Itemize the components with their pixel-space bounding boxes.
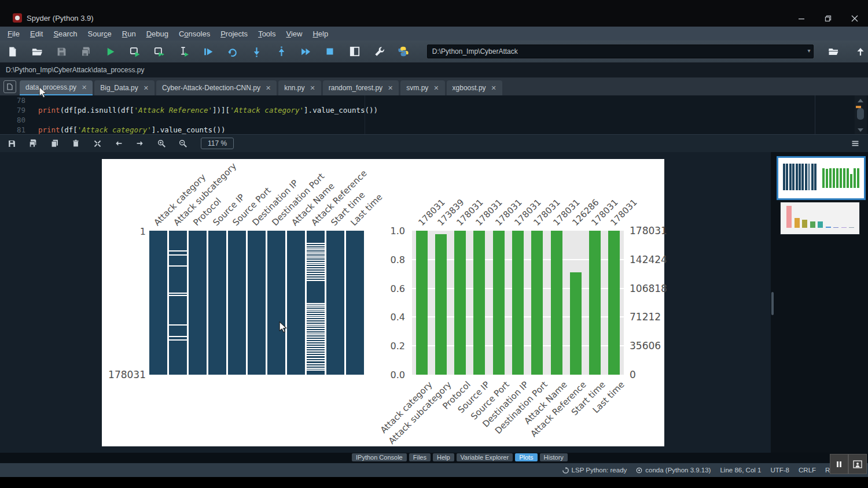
plots-zoom-out-button[interactable] — [177, 138, 189, 149]
tab-label: random_forest.py — [329, 84, 382, 92]
editor-tab-xgboost-py[interactable]: xgboost.py✕ — [447, 80, 502, 95]
scrollbar-handle[interactable] — [857, 108, 864, 120]
editor-tab-cyber-attack-detection-cnn-py[interactable]: Cyber-Attack-Detection-CNN.py✕ — [156, 80, 277, 95]
pane-tab-help[interactable]: Help — [433, 453, 454, 461]
scroll-up-arrow[interactable] — [858, 99, 863, 102]
plots-options-menu-icon[interactable] — [851, 139, 860, 150]
editor-tab-knn-py[interactable]: knn.py✕ — [278, 80, 321, 95]
browse-tabs-button[interactable] — [3, 80, 16, 93]
code-line-81: 81print(df['Attack category'].value_coun… — [0, 125, 868, 135]
run-button[interactable] — [104, 45, 117, 58]
tab-close-icon[interactable]: ✕ — [144, 84, 149, 92]
missing-line — [169, 295, 187, 296]
run-cell-advance-button[interactable] — [152, 45, 165, 58]
close-button[interactable] — [845, 12, 865, 25]
plots-close-all-button[interactable] — [91, 138, 103, 149]
tab-close-icon[interactable]: ✕ — [310, 84, 315, 92]
menu-search[interactable]: Search — [48, 29, 82, 38]
tab-close-icon[interactable]: ✕ — [388, 84, 393, 92]
scroll-down-arrow[interactable] — [858, 128, 863, 132]
editor-scrollbar[interactable] — [855, 95, 867, 134]
menu-tools[interactable]: Tools — [253, 29, 281, 38]
save-all-button[interactable] — [79, 45, 93, 58]
missing-line — [307, 348, 325, 349]
pane-tab-variable-explorer[interactable]: Variable Explorer — [457, 453, 513, 461]
maximize-pane-button[interactable] — [348, 45, 361, 58]
restore-button[interactable] — [818, 12, 838, 25]
presenter-view-button[interactable] — [848, 454, 867, 474]
pane-tab-files[interactable]: Files — [409, 453, 431, 461]
save-button[interactable] — [54, 45, 68, 58]
missing-line — [307, 328, 325, 329]
plots-zoom-in-button[interactable] — [156, 138, 167, 149]
missing-line — [169, 250, 187, 252]
menu-edit[interactable]: Edit — [25, 29, 48, 38]
browse-folder-button[interactable] — [826, 45, 841, 58]
editor-tab-svm-py[interactable]: svm.py✕ — [400, 80, 444, 95]
step-return-button[interactable] — [274, 45, 288, 58]
plots-next-button[interactable] — [134, 138, 146, 149]
step-into-button[interactable] — [250, 45, 263, 58]
menu-projects[interactable]: Projects — [215, 29, 253, 38]
missing-line — [307, 252, 325, 253]
plots-copy-button[interactable] — [49, 138, 60, 149]
combobox-dropdown-arrow[interactable]: ▾ — [808, 47, 811, 54]
menu-file[interactable]: File — [2, 29, 25, 38]
plots-remove-button[interactable] — [70, 138, 82, 149]
missing-line — [307, 309, 325, 310]
pane-tab-ipython-console[interactable]: IPython Console — [352, 453, 407, 461]
minimize-button[interactable] — [792, 12, 811, 25]
missing-line — [169, 265, 187, 267]
bar-0 — [416, 231, 428, 375]
new-file-button[interactable] — [6, 45, 19, 58]
bar-right-tick: 106818 — [630, 283, 667, 294]
menu-run[interactable]: Run — [117, 29, 141, 38]
interpreter-status[interactable]: conda (Python 3.9.13) — [636, 467, 711, 474]
tab-close-icon[interactable]: ✕ — [433, 84, 439, 92]
editor-tab-random_forest-py[interactable]: random_forest.py✕ — [323, 80, 399, 95]
cursor-position: Line 86, Col 1 — [720, 467, 761, 474]
tab-close-icon[interactable]: ✕ — [491, 84, 496, 92]
tab-close-icon[interactable]: ✕ — [266, 84, 271, 92]
debug-run-button[interactable] — [201, 45, 215, 58]
missing-line — [169, 293, 187, 294]
window-title: Spyder (Python 3.9) — [27, 14, 94, 23]
menu-consoles[interactable]: Consoles — [174, 29, 215, 38]
open-folder-button[interactable] — [30, 45, 43, 58]
plots-save-all-button[interactable] — [27, 138, 39, 149]
missing-line — [307, 257, 325, 258]
missing-line — [307, 273, 325, 274]
code-editor[interactable]: 7879print(df[pd.isnull(df['Attack Refere… — [0, 95, 868, 135]
pause-button[interactable] — [830, 454, 848, 474]
menu-source[interactable]: Source — [83, 29, 117, 38]
matrix-column-6 — [267, 231, 285, 375]
continue-button[interactable] — [299, 45, 312, 58]
pane-tab-history[interactable]: History — [540, 453, 568, 461]
run-cell-button[interactable] — [128, 45, 141, 58]
menu-view[interactable]: View — [281, 29, 307, 38]
line-number: 79 — [0, 105, 25, 115]
editor-tab-big_data-py[interactable]: Big_Data.py✕ — [94, 80, 155, 95]
parent-up-button[interactable] — [854, 45, 868, 58]
working-directory-combobox[interactable]: D:\Python_Imp\CyberAttack▾ — [427, 45, 814, 58]
plots-previous-button[interactable] — [113, 138, 124, 149]
stop-button[interactable] — [323, 45, 337, 58]
run-selection-button[interactable] — [177, 45, 190, 58]
pane-tab-plots[interactable]: Plots — [515, 453, 537, 461]
preferences-wrench-button[interactable] — [372, 45, 385, 58]
rerun-cell-button[interactable] — [226, 45, 239, 58]
menu-help[interactable]: Help — [307, 29, 333, 38]
matrix-column-5 — [248, 231, 266, 375]
code-text — [25, 95, 38, 105]
plots-save-button[interactable] — [6, 138, 17, 149]
plot-thumbnail-selected[interactable] — [777, 156, 866, 200]
plot-thumbnail[interactable] — [780, 202, 860, 235]
menu-debug[interactable]: Debug — [141, 29, 174, 38]
missing-line — [307, 365, 325, 367]
bar-7 — [551, 231, 562, 375]
matrix-column-9 — [326, 231, 344, 375]
tab-close-icon[interactable]: ✕ — [82, 84, 87, 91]
missing-line — [307, 321, 325, 323]
editor-tab-data_process-py[interactable]: data_process.py✕ — [20, 80, 93, 95]
python-env-button[interactable] — [397, 45, 410, 58]
